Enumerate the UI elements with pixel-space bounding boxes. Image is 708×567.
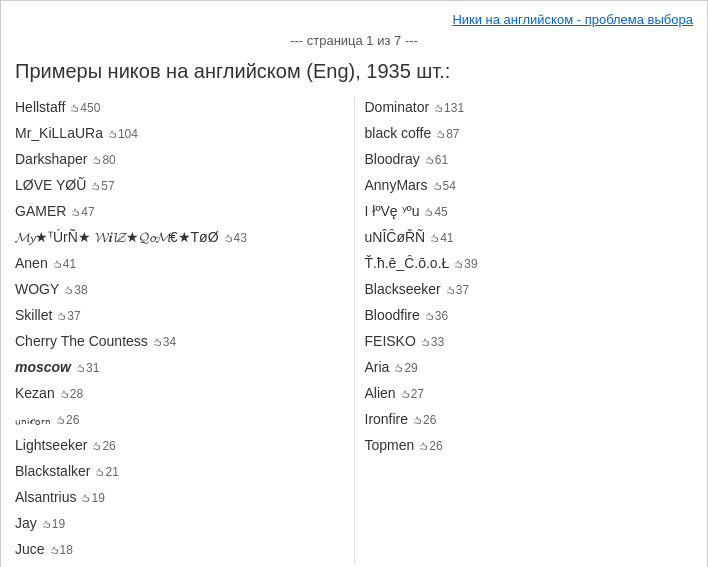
nick-count: 🖒41: [429, 229, 453, 247]
nick-count: 🖒131: [433, 99, 464, 117]
nick-name[interactable]: LØVE YØŨ: [15, 175, 86, 196]
nick-count: 🖒18: [49, 541, 73, 559]
list-item: moscow 🖒31: [15, 357, 344, 378]
list-item: AnnyMars 🖒54: [365, 175, 694, 196]
thumb-icon: 🖒: [152, 336, 163, 348]
thumb-icon: 🖒: [424, 154, 435, 166]
nick-name[interactable]: Darkshaper: [15, 149, 87, 170]
list-item: Blackseeker 🖒37: [365, 279, 694, 300]
nick-name[interactable]: Aria: [365, 357, 390, 378]
nick-count: 🖒57: [90, 177, 114, 195]
thumb-icon: 🖒: [91, 154, 102, 166]
nick-name[interactable]: moscow: [15, 357, 71, 378]
nick-count: 🖒104: [107, 125, 138, 143]
nick-count: 🖒26: [412, 411, 436, 429]
nick-name[interactable]: Hellstaff: [15, 97, 65, 118]
nick-name[interactable]: black coffe: [365, 123, 432, 144]
thumb-icon: 🖒: [453, 258, 464, 270]
nick-count: 🖒39: [453, 255, 477, 273]
nick-name[interactable]: Dominator: [365, 97, 430, 118]
nick-name[interactable]: Cherry The Countess: [15, 331, 148, 352]
nick-name[interactable]: ᵤₙᵢ𝒸ₒᵣₙ: [15, 409, 51, 430]
nick-name[interactable]: Blackseeker: [365, 279, 441, 300]
nick-name[interactable]: Jay: [15, 513, 37, 534]
nick-count: 🖒43: [223, 229, 247, 247]
nick-count: 🖒61: [424, 151, 448, 169]
nick-name[interactable]: FEISKO: [365, 331, 416, 352]
thumb-icon: 🖒: [423, 206, 434, 218]
nick-name[interactable]: Skillet: [15, 305, 52, 326]
thumb-icon: 🖒: [412, 414, 423, 426]
top-link[interactable]: Ники на английском - проблема выбора: [452, 12, 693, 27]
nick-count: 🖒26: [91, 437, 115, 455]
thumb-icon: 🖒: [433, 102, 444, 114]
list-item: GAMER 🖒47: [15, 201, 344, 222]
list-item: Aria 🖒29: [365, 357, 694, 378]
nick-name[interactable]: Lightseeker: [15, 435, 87, 456]
thumb-icon: 🖒: [420, 336, 431, 348]
list-item: WOGY 🖒38: [15, 279, 344, 300]
nick-name[interactable]: WOGY: [15, 279, 59, 300]
columns-container: Hellstaff 🖒450Mr_KiLLaURa 🖒104Darkshaper…: [15, 97, 693, 565]
thumb-icon: 🖒: [393, 362, 404, 374]
thumb-icon: 🖒: [75, 362, 86, 374]
nick-count: 🖒34: [152, 333, 176, 351]
list-item: Darkshaper 🖒80: [15, 149, 344, 170]
nick-count: 🖒80: [91, 151, 115, 169]
nick-name[interactable]: Bloodray: [365, 149, 420, 170]
nick-name[interactable]: Blackstalker: [15, 461, 90, 482]
thumb-icon: 🖒: [59, 388, 70, 400]
nick-name[interactable]: Juce: [15, 539, 45, 560]
thumb-icon: 🖒: [400, 388, 411, 400]
nick-name[interactable]: Kezan: [15, 383, 55, 404]
nick-name[interactable]: Topmen: [365, 435, 415, 456]
nick-name[interactable]: uNÎĈøŘÑ: [365, 227, 426, 248]
nick-name[interactable]: I łºVę ʸºu: [365, 201, 420, 222]
thumb-icon: 🖒: [56, 310, 67, 322]
nick-name[interactable]: Bloodfire: [365, 305, 420, 326]
nick-name[interactable]: GAMER: [15, 201, 66, 222]
thumb-icon: 🖒: [429, 232, 440, 244]
nick-count: 🖒54: [432, 177, 456, 195]
list-item: I łºVę ʸºu 🖒45: [365, 201, 694, 222]
list-item: Alien 🖒27: [365, 383, 694, 404]
list-item: Alsantrius 🖒19: [15, 487, 344, 508]
right-column: Dominator 🖒131black coffe 🖒87Bloodray 🖒6…: [365, 97, 694, 565]
nick-name[interactable]: Ť.ħ.ē_Ĉ.ō.o.Ł: [365, 253, 450, 274]
nick-count: 🖒27: [400, 385, 424, 403]
nick-count: 🖒31: [75, 359, 99, 377]
list-item: Kezan 🖒28: [15, 383, 344, 404]
list-item: black coffe 🖒87: [365, 123, 694, 144]
nick-count: 🖒87: [435, 125, 459, 143]
nick-count: 🖒47: [70, 203, 94, 221]
thumb-icon: 🖒: [55, 414, 66, 426]
nick-name[interactable]: Ironfire: [365, 409, 409, 430]
list-item: Blackstalker 🖒21: [15, 461, 344, 482]
left-column: Hellstaff 🖒450Mr_KiLLaURa 🖒104Darkshaper…: [15, 97, 344, 565]
list-item: Skillet 🖒37: [15, 305, 344, 326]
nick-name[interactable]: Alsantrius: [15, 487, 76, 508]
list-item: Cherry The Countess 🖒34: [15, 331, 344, 352]
thumb-icon: 🖒: [445, 284, 456, 296]
list-item: Hellstaff 🖒450: [15, 97, 344, 118]
list-item: Anen 🖒41: [15, 253, 344, 274]
thumb-icon: 🖒: [63, 284, 74, 296]
thumb-icon: 🖒: [107, 128, 118, 140]
nick-count: 🖒26: [55, 411, 79, 429]
thumb-icon: 🖒: [49, 544, 60, 556]
nick-name[interactable]: Anen: [15, 253, 48, 274]
nick-count: 🖒19: [41, 515, 65, 533]
nick-name[interactable]: Mr_KiLLaURa: [15, 123, 103, 144]
list-item: Jay 🖒19: [15, 513, 344, 534]
nick-count: 🖒37: [445, 281, 469, 299]
list-item: uNÎĈøŘÑ 🖒41: [365, 227, 694, 248]
nick-name[interactable]: 𝓜𝔂★ᵀÚrÑ★ 𝓦𝒊𝓵𝓩★𝓠𝓸𝓜€★TøØ: [15, 227, 219, 248]
nick-name[interactable]: AnnyMars: [365, 175, 428, 196]
thumb-icon: 🖒: [435, 128, 446, 140]
nick-name[interactable]: Alien: [365, 383, 396, 404]
thumb-icon: 🖒: [90, 180, 101, 192]
list-item: 𝓜𝔂★ᵀÚrÑ★ 𝓦𝒊𝓵𝓩★𝓠𝓸𝓜€★TøØ 🖒43: [15, 227, 344, 248]
thumb-icon: 🖒: [91, 440, 102, 452]
nick-count: 🖒37: [56, 307, 80, 325]
nick-count: 🖒45: [423, 203, 447, 221]
